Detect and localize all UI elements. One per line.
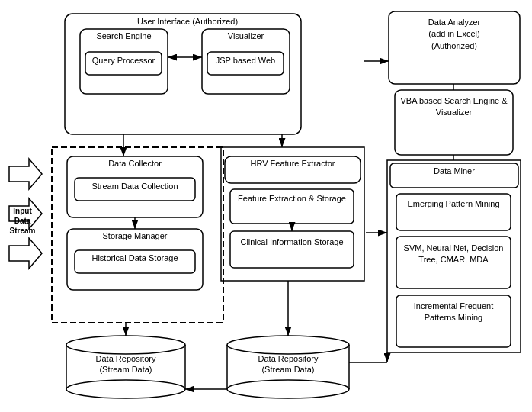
query-processor-label: Query Processor bbox=[86, 56, 161, 65]
data-miner-label: Data Miner bbox=[391, 166, 518, 175]
svg-point-20 bbox=[66, 336, 185, 354]
feature-extraction-label: Feature Extraction & Storage bbox=[231, 193, 353, 204]
vba-search-label: VBA based Search Engine & Visualizer bbox=[396, 95, 512, 119]
clinical-info-label: Clinical Information Storage bbox=[231, 237, 353, 247]
search-engine-label: Search Engine bbox=[81, 31, 167, 40]
stream-data-collection-label: Stream Data Collection bbox=[75, 182, 194, 191]
diagram: InputDataStream User Interface (Authoriz… bbox=[0, 0, 532, 412]
svg-marker-5 bbox=[9, 238, 42, 269]
data-repo-right-label: Data Repository(Stream Data) bbox=[227, 353, 349, 375]
hrv-feature-extractor-label: HRV Feature Extractor bbox=[226, 159, 360, 168]
input-data-stream-label: InputDataStream bbox=[2, 206, 43, 236]
svg-point-24 bbox=[227, 336, 349, 354]
emerging-pattern-label: Emerging Pattern Mining bbox=[397, 198, 510, 209]
visualizer-label: Visualizer bbox=[203, 31, 289, 40]
svg-point-23 bbox=[66, 380, 185, 398]
data-collector-label: Data Collector bbox=[68, 159, 202, 168]
incremental-label: Incremental Frequent Patterns Mining bbox=[397, 301, 510, 324]
user-interface-label: User Interface (Authorized) bbox=[137, 17, 238, 26]
svm-neural-label: SVM, Neural Net, Decision Tree, CMAR, MD… bbox=[397, 243, 510, 266]
svg-marker-3 bbox=[9, 159, 42, 189]
jsp-web-label: JSP based Web bbox=[208, 56, 283, 65]
svg-point-27 bbox=[227, 380, 349, 398]
storage-manager-label: Storage Manager bbox=[68, 231, 202, 240]
historical-data-storage-label: Historical Data Storage bbox=[75, 253, 194, 262]
data-repo-left-label: Data Repository(Stream Data) bbox=[66, 353, 185, 375]
data-analyzer-label: Data Analyzer(add in Excel)(Authorized) bbox=[389, 17, 519, 52]
